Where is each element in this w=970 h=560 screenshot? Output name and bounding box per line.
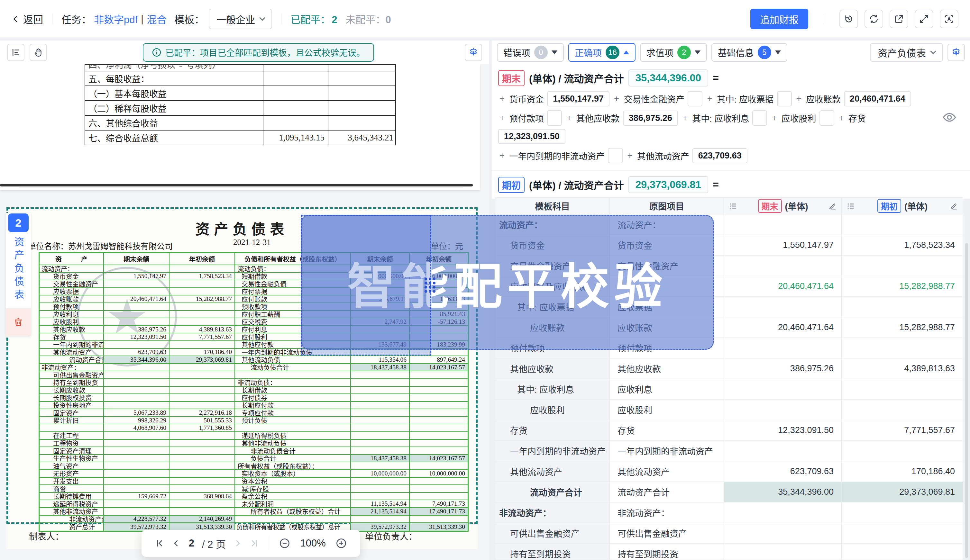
settings-gear-icon[interactable] <box>947 44 965 61</box>
table-row[interactable]: 应收票据及应收账款20,460,471.6415,282,988.77 <box>495 276 963 297</box>
end-value-cell[interactable] <box>724 379 841 400</box>
tab-正确项[interactable]: 正确项16 <box>568 43 636 62</box>
edit-pencil-icon[interactable] <box>950 202 958 210</box>
begin-value-cell[interactable]: 15,282,988.77 <box>841 276 963 297</box>
scrollbar[interactable] <box>965 243 968 558</box>
template-select[interactable]: 一般企业 <box>209 9 272 29</box>
eye-icon[interactable] <box>942 110 957 124</box>
page-side-tab[interactable]: 2 资产负债表 <box>6 213 31 336</box>
table-row[interactable]: 流动资产：流动资产： <box>495 214 963 235</box>
formula-item-value[interactable] <box>820 110 834 126</box>
column-list-icon[interactable] <box>728 202 738 210</box>
begin-value-cell[interactable]: 1,758,523.34 <box>841 235 963 255</box>
begin-value-cell[interactable] <box>841 338 963 358</box>
outline-icon[interactable] <box>7 44 25 61</box>
table-row[interactable]: 预付款项预付款项 <box>495 338 963 358</box>
end-value-cell[interactable] <box>724 543 841 560</box>
end-value-cell[interactable] <box>724 255 841 276</box>
tab-基础信息[interactable]: 基础信息5 <box>711 43 787 62</box>
begin-value-cell[interactable] <box>841 255 963 276</box>
end-value-cell[interactable]: 20,460,471.64 <box>724 317 841 338</box>
end-value-cell[interactable] <box>724 400 841 420</box>
begin-value-cell[interactable] <box>841 543 963 560</box>
end-value-cell[interactable]: 12,323,091.50 <box>724 420 841 441</box>
end-value-cell[interactable] <box>724 214 841 235</box>
tab-错误项[interactable]: 错误项0 <box>497 43 564 62</box>
begin-value-cell[interactable] <box>841 441 963 461</box>
table-row[interactable]: 应收账款应收账款20,460,471.6415,282,988.77 <box>495 317 963 338</box>
end-value-cell[interactable]: 20,460,471.64 <box>724 276 841 297</box>
back-button[interactable]: 返回 <box>12 12 43 26</box>
table-row[interactable]: 非流动资产：非流动资产： <box>495 502 963 523</box>
end-value-cell[interactable]: 386,975.26 <box>724 358 841 379</box>
table-row[interactable]: 应收股利应收股利 <box>495 400 963 420</box>
settings-gear-icon[interactable] <box>465 44 482 61</box>
begin-value-cell[interactable] <box>841 214 963 235</box>
table-row[interactable]: 一年内到期的非流动资产一年内到期的非流动资产 <box>495 441 963 461</box>
end-value-cell[interactable] <box>724 523 841 543</box>
formula-item-value[interactable]: 20,460,471.64 <box>844 91 911 107</box>
begin-value-cell[interactable]: 4,389,813.63 <box>841 358 963 379</box>
table-row[interactable]: 流动资产合计流动资产合计35,344,396.0029,373,069.81 <box>495 482 963 502</box>
begin-value-cell[interactable]: 7,771,557.67 <box>841 420 963 441</box>
begin-value-cell[interactable] <box>841 379 963 400</box>
end-value-cell[interactable] <box>724 502 841 523</box>
end-value-cell[interactable] <box>724 297 841 317</box>
sheet-select[interactable]: 资产负债表 <box>870 43 943 62</box>
table-row[interactable]: 其中: 应收利息应收利息 <box>495 379 963 400</box>
prev-page-button[interactable] <box>172 538 181 548</box>
formula-item-value[interactable]: 12,323,091.50 <box>498 129 565 144</box>
table-row[interactable]: 其他流动资产其他流动资产623,709.63170,186.40 <box>495 461 963 482</box>
end-value-cell[interactable] <box>724 338 841 358</box>
column-list-icon[interactable] <box>846 202 855 210</box>
end-value-cell[interactable] <box>724 441 841 461</box>
table-row[interactable]: 其中: 应收票据应收票据 <box>495 297 963 317</box>
export-icon[interactable] <box>890 10 908 28</box>
delete-page-button[interactable] <box>6 308 31 336</box>
table-row[interactable]: 可供出售金融资产可供出售金融资产 <box>495 523 963 543</box>
table-row[interactable]: 其他应收款其他应收款386,975.264,389,813.63 <box>495 358 963 379</box>
task-name-link[interactable]: 非数字pdf <box>94 12 138 26</box>
formula-total-value[interactable]: 29,373,069.81 <box>628 176 708 193</box>
ocr-icon[interactable] <box>940 10 958 28</box>
add-report-button[interactable]: 追加财报 <box>750 9 808 29</box>
formula-item-value[interactable]: 386,975.26 <box>623 111 678 126</box>
formula-item-value[interactable] <box>752 110 767 126</box>
sheet-tab-label[interactable]: 资产负债表 <box>11 237 26 303</box>
fullscreen-icon[interactable] <box>915 10 933 28</box>
current-page[interactable]: 2 <box>189 537 194 549</box>
formula-item-value[interactable] <box>547 110 562 126</box>
formula-item-value[interactable]: 623,709.63 <box>693 148 748 163</box>
first-page-button[interactable] <box>155 538 164 548</box>
formula-item-value[interactable] <box>608 148 623 163</box>
last-page-button[interactable] <box>250 538 259 548</box>
begin-value-cell[interactable]: 29,373,069.81 <box>841 482 963 502</box>
document-page-2[interactable]: 资产负债表 单位名称：苏州戈雷姆智能科技有限公司 2021-12-31 单位：元… <box>7 207 477 524</box>
hand-icon[interactable] <box>30 44 47 61</box>
tab-求值项[interactable]: 求值项2 <box>640 43 707 62</box>
begin-value-cell[interactable] <box>841 502 963 523</box>
next-page-button[interactable] <box>233 538 242 548</box>
begin-value-cell[interactable]: 170,186.40 <box>841 461 963 482</box>
formula-item-value[interactable] <box>777 91 792 107</box>
edit-pencil-icon[interactable] <box>828 202 837 210</box>
table-row[interactable]: 持有至到期投资持有至到期投资 <box>495 543 963 560</box>
task-mode-link[interactable]: 混合 <box>147 12 167 26</box>
formula-item-value[interactable] <box>688 91 703 107</box>
sync-icon[interactable] <box>865 10 883 28</box>
begin-value-cell[interactable]: 15,282,988.77 <box>841 317 963 338</box>
zoom-out-button[interactable] <box>279 537 290 549</box>
end-value-cell[interactable]: 1,550,147.97 <box>724 235 841 255</box>
zoom-in-button[interactable] <box>336 537 347 549</box>
begin-value-cell[interactable] <box>841 400 963 420</box>
table-row[interactable]: 存货存货12,323,091.507,771,557.67 <box>495 420 963 441</box>
table-row[interactable]: 货币资金货币资金1,550,147.971,758,523.34 <box>495 235 963 255</box>
end-value-cell[interactable]: 623,709.63 <box>724 461 841 482</box>
formula-item-value[interactable]: 1,550,147.97 <box>547 91 609 107</box>
history-icon[interactable] <box>840 10 858 28</box>
begin-value-cell[interactable] <box>841 523 963 543</box>
table-row[interactable]: 交易性金融资产交易性金融资产 <box>495 255 963 276</box>
end-value-cell[interactable]: 35,344,396.00 <box>724 482 841 502</box>
begin-value-cell[interactable] <box>841 297 963 317</box>
formula-total-value[interactable]: 35,344,396.00 <box>628 70 708 87</box>
